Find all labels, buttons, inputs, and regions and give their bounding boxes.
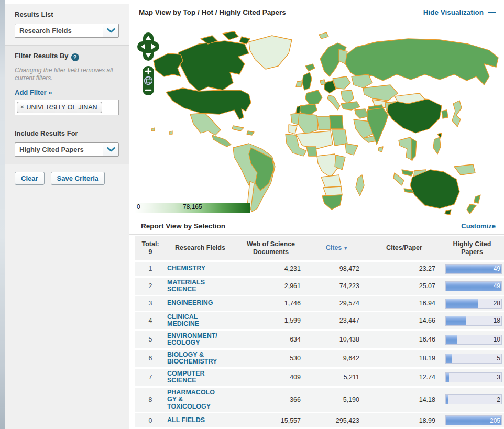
hcp-bar-value: 205: [490, 417, 500, 424]
total-label: Total:: [136, 240, 165, 248]
row-wos-documents: 1,746: [234, 298, 308, 309]
hide-visualization-link[interactable]: Hide Visualization: [423, 8, 496, 16]
hcp-bar-fill: [446, 395, 448, 404]
col-cites-label: Cites: [326, 244, 342, 251]
row-cites: 29,574: [308, 298, 366, 309]
results-list-select[interactable]: Research Fields: [15, 24, 119, 38]
row-cites: 23,447: [308, 315, 366, 326]
filter-section: Filter Results By? Changing the filter f…: [5, 46, 129, 123]
include-results-section: Include Results For Highly Cited Papers: [5, 123, 129, 164]
table-row: 1 CHEMISTRY 4,231 98,472 23.27 49: [135, 262, 504, 276]
results-list-section: Results List Research Fields: [5, 4, 129, 46]
hcp-bar-value: 49: [494, 265, 500, 272]
table-row: 6 BIOLOGY & BIOCHEMISTRY 530 9,642 18.19…: [135, 350, 504, 367]
row-hcp-cell: 49: [442, 262, 504, 276]
hcp-bar-value: 18: [494, 317, 500, 324]
hcp-bar-value: 49: [494, 282, 500, 290]
row-wos-documents: 366: [234, 394, 308, 405]
row-wos-documents: 634: [234, 334, 308, 345]
hcp-bar-track: 49: [445, 264, 502, 274]
row-hcp-cell: 10: [442, 333, 504, 346]
include-results-value: Highly Cited Papers: [15, 146, 103, 153]
hcp-bar-value: 10: [494, 336, 500, 343]
table-row: 2 MATERIALS SCIENCE 2,961 74,223 25.07 4…: [135, 278, 504, 295]
map-legend: 0 78,165: [135, 203, 250, 213]
hcp-bar-fill: [446, 354, 452, 363]
hcp-bar-fill: [446, 316, 466, 325]
table-row: 0 ALL FIELDS 15,557 295,423 18.99 205: [135, 413, 504, 427]
table-row: 3 ENGINEERING 1,746 29,574 16.94 28: [135, 296, 504, 311]
filter-tag[interactable]: × UNIVERSITY OF JINAN: [17, 102, 102, 113]
remove-filter-icon[interactable]: ×: [20, 104, 24, 110]
col-total: Total: 9: [135, 238, 166, 258]
col-research-fields[interactable]: Research Fields: [166, 242, 234, 254]
sidebar-filler: [5, 192, 129, 429]
zoom-control: [143, 66, 154, 95]
row-cites: 9,642: [308, 353, 366, 364]
row-cites: 5,190: [308, 394, 366, 405]
hcp-bar-fill: [446, 299, 478, 308]
research-field-link[interactable]: PHARMACOLOGY & TOXICOLOGY: [166, 388, 221, 412]
sidebar: Results List Research Fields Filter Resu…: [5, 0, 129, 429]
col-wos-documents[interactable]: Web of Science Documents: [234, 238, 308, 258]
hcp-bar-value: 2: [497, 396, 500, 403]
pan-control: [137, 32, 159, 61]
row-rank: 8: [135, 394, 166, 405]
hcp-bar-fill: [446, 373, 449, 382]
filter-note: Changing the filter field removes all cu…: [15, 67, 120, 82]
col-cites-per-paper[interactable]: Cites/Paper: [366, 242, 442, 254]
row-rank: 1: [135, 263, 166, 274]
row-wos-documents: 15,557: [234, 415, 308, 426]
hcp-bar-track: 28: [445, 299, 502, 309]
research-field-link[interactable]: ENVIRONMENT/ECOLOGY: [166, 331, 221, 348]
research-field-link[interactable]: ENGINEERING: [166, 298, 221, 309]
research-field-link[interactable]: ALL FIELDS: [166, 415, 221, 426]
include-results-title: Include Results For: [15, 129, 120, 137]
row-rank: 7: [135, 372, 166, 382]
report-title: Report View by Selection: [141, 222, 225, 230]
row-hcp-cell: 28: [442, 297, 504, 310]
row-cites-per-paper: 16.94: [366, 298, 442, 309]
map-header: Map View by Top / Hot / Highly Cited Pap…: [129, 0, 504, 25]
hcp-bar-track: 3: [445, 372, 502, 382]
map-panel: 0 78,165: [129, 25, 504, 218]
research-field-link[interactable]: CHEMISTRY: [166, 263, 221, 274]
hcp-bar-track: 5: [445, 354, 502, 364]
row-cites: 5,211: [308, 372, 366, 382]
chevron-down-icon[interactable]: [103, 143, 118, 156]
row-cites-per-paper: 14.18: [366, 394, 442, 405]
total-value: 9: [136, 248, 165, 256]
row-wos-documents: 2,961: [234, 281, 308, 291]
hcp-bar-fill: [446, 335, 457, 344]
row-cites-per-paper: 18.99: [366, 415, 442, 426]
legend-min-value: 0: [137, 203, 140, 211]
clear-button[interactable]: Clear: [15, 172, 45, 185]
include-results-select[interactable]: Highly Cited Papers: [15, 142, 119, 157]
research-field-link[interactable]: CLINICAL MEDICINE: [166, 312, 221, 329]
help-icon[interactable]: ?: [71, 53, 79, 61]
research-field-link[interactable]: COMPUTER SCIENCE: [166, 369, 221, 386]
row-hcp-cell: 205: [442, 414, 504, 427]
world-choropleth-map[interactable]: [146, 26, 503, 216]
research-field-link[interactable]: MATERIALS SCIENCE: [166, 278, 221, 295]
add-filter-link[interactable]: Add Filter »: [15, 89, 52, 96]
research-field-link[interactable]: BIOLOGY & BIOCHEMISTRY: [166, 350, 221, 367]
row-hcp-cell: 18: [442, 314, 504, 327]
row-cites-per-paper: 16.46: [366, 334, 442, 345]
col-cites[interactable]: Cites▼: [308, 242, 366, 255]
row-rank: 5: [135, 334, 166, 345]
table-row: 7 COMPUTER SCIENCE 409 5,211 12.74 3: [135, 369, 504, 386]
row-rank: 3: [135, 298, 166, 309]
chevron-down-icon[interactable]: [103, 24, 118, 37]
filter-title: Filter Results By?: [15, 52, 120, 61]
row-hcp-cell: 5: [442, 352, 504, 365]
table-row: 8 PHARMACOLOGY & TOXICOLOGY 366 5,190 14…: [135, 388, 504, 412]
customize-link[interactable]: Customize: [461, 222, 496, 230]
save-criteria-button[interactable]: Save Criteria: [51, 172, 105, 185]
row-hcp-cell: 2: [442, 393, 504, 406]
col-highly-cited-papers[interactable]: Highly Cited Papers: [442, 238, 504, 258]
row-wos-documents: 530: [234, 353, 308, 364]
filter-title-text: Filter Results By: [15, 52, 69, 60]
results-list-title: Results List: [15, 10, 120, 18]
hide-visualization-label: Hide Visualization: [423, 8, 484, 16]
